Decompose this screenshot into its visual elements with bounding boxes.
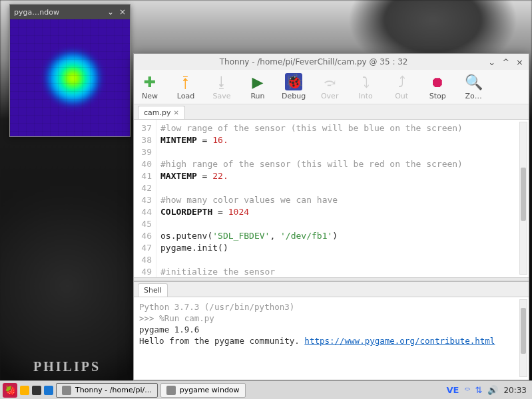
taskbar-app-icon	[166, 386, 176, 395]
load-icon: ⭱	[177, 73, 194, 90]
pygame-titlebar[interactable]: pyga…ndow ⌄ ×	[10, 5, 130, 19]
zoom-icon: 🔍	[465, 73, 482, 90]
tab-close-icon[interactable]: ✕	[174, 109, 179, 116]
stop-button[interactable]: ⏺Stop	[425, 73, 449, 100]
network-tray-icon[interactable]: ⇅	[475, 385, 483, 395]
pygame-window[interactable]: pyga…ndow ⌄ ×	[9, 4, 131, 137]
window-minimize-button[interactable]: ⌄	[488, 57, 495, 67]
run-label: Run	[250, 92, 264, 100]
new-icon: ✚	[141, 73, 158, 90]
window-close-button[interactable]: ×	[516, 57, 523, 67]
thonny-titlebar[interactable]: Thonny - /home/pi/FeverChill/cam.py @ 35…	[134, 54, 529, 70]
debug-button[interactable]: 🐞Debug	[282, 73, 306, 100]
thonny-title-text: Thonny - /home/pi/FeverChill/cam.py @ 35…	[139, 57, 488, 66]
into-icon: ⤵	[357, 73, 374, 90]
taskbar-app-label: Thonny - /home/pi/...	[75, 386, 152, 394]
pygame-minimize-button[interactable]: ⌄	[107, 7, 114, 17]
out-button: ⤴Out	[390, 73, 413, 100]
pygame-close-button[interactable]: ×	[119, 7, 126, 17]
shell-python-version: Python 3.7.3 (/usr/bin/python3)	[139, 301, 523, 313]
debug-label: Debug	[282, 92, 306, 100]
file-manager-icon[interactable]	[20, 386, 29, 395]
bluetooth-tray-icon[interactable]: ⌔	[465, 385, 470, 395]
code-editor[interactable]: 37383940414243444546474849 #low range of…	[134, 119, 529, 277]
code-content[interactable]: #low range of the sensor (this will be b…	[156, 120, 529, 277]
taskbar[interactable]: 🍓 Thonny - /home/pi/...pygame window VE …	[0, 380, 532, 399]
wallpaper-logo: PHILIPS	[33, 359, 101, 374]
save-label: Save	[212, 92, 230, 100]
taskbar-app-label: pygame window	[180, 386, 240, 394]
into-label: Into	[359, 92, 373, 100]
run-icon: ▶	[249, 73, 266, 90]
into-button: ⤵Into	[354, 73, 378, 100]
taskbar-clock[interactable]: 20:33	[503, 386, 527, 395]
terminal-icon[interactable]	[32, 386, 41, 395]
pygame-title-text: pyga…ndow	[14, 8, 105, 17]
editor-scrollbar[interactable]	[519, 122, 527, 275]
tab-cam-py[interactable]: cam.py ✕	[138, 106, 185, 119]
shell-tab[interactable]: Shell	[138, 283, 168, 297]
load-label: Load	[177, 92, 194, 100]
save-icon: ⭳	[213, 73, 230, 90]
over-label: Over	[321, 92, 338, 100]
new-label: New	[142, 92, 158, 100]
shell-prompt: >>>	[139, 313, 159, 323]
stop-label: Stop	[429, 92, 446, 100]
stop-icon: ⏺	[429, 73, 446, 90]
load-button[interactable]: ⭱Load	[174, 73, 198, 100]
taskbar-app-icon	[62, 386, 71, 395]
zoom-label: Zo…	[465, 92, 482, 100]
shell-link[interactable]: https://www.pygame.org/contribute.html	[304, 336, 495, 346]
window-maximize-button[interactable]: ^	[502, 57, 509, 67]
browser-icon[interactable]	[44, 386, 53, 395]
thonny-window[interactable]: Thonny - /home/pi/FeverChill/cam.py @ 35…	[133, 53, 529, 380]
vnc-tray-icon[interactable]: VE	[447, 385, 459, 395]
shell-output[interactable]: Python 3.7.3 (/usr/bin/python3) >>> %Run…	[134, 297, 529, 380]
new-button[interactable]: ✚New	[138, 73, 162, 100]
out-label: Out	[395, 92, 408, 100]
debug-icon: 🐞	[285, 73, 302, 90]
over-icon: ⤼	[321, 73, 338, 90]
thonny-toolbar: ✚New⭱Load⭳Save▶Run🐞Debug⤼Over⤵Into⤴Out⏺S…	[134, 70, 529, 104]
raspberry-menu-icon[interactable]: 🍓	[3, 383, 17, 398]
shell-pygame-version: pygame 1.9.6	[139, 324, 523, 335]
editor-tabs: cam.py ✕	[134, 104, 529, 119]
system-tray: VE ⌔ ⇅ 🔊 20:33	[447, 385, 529, 395]
shell-scrollbar[interactable]	[519, 299, 527, 377]
save-button: ⭳Save	[210, 73, 234, 100]
shell-run-cmd: %Run cam.py	[159, 313, 214, 323]
run-button[interactable]: ▶Run	[246, 73, 270, 100]
taskbar-app-thonny[interactable]: Thonny - /home/pi/...	[56, 383, 158, 398]
shell-tab-label: Shell	[144, 286, 162, 295]
taskbar-app-pygame[interactable]: pygame window	[160, 383, 246, 398]
over-button: ⤼Over	[318, 73, 342, 100]
volume-tray-icon[interactable]: 🔊	[487, 385, 498, 395]
tab-label: cam.py	[144, 108, 171, 117]
thermal-canvas	[10, 19, 130, 136]
zoom-button[interactable]: 🔍Zo…	[461, 73, 485, 100]
shell-hello-text: Hello from the pygame community.	[139, 336, 304, 346]
line-gutter: 37383940414243444546474849	[134, 120, 156, 277]
out-icon: ⤴	[393, 73, 410, 90]
